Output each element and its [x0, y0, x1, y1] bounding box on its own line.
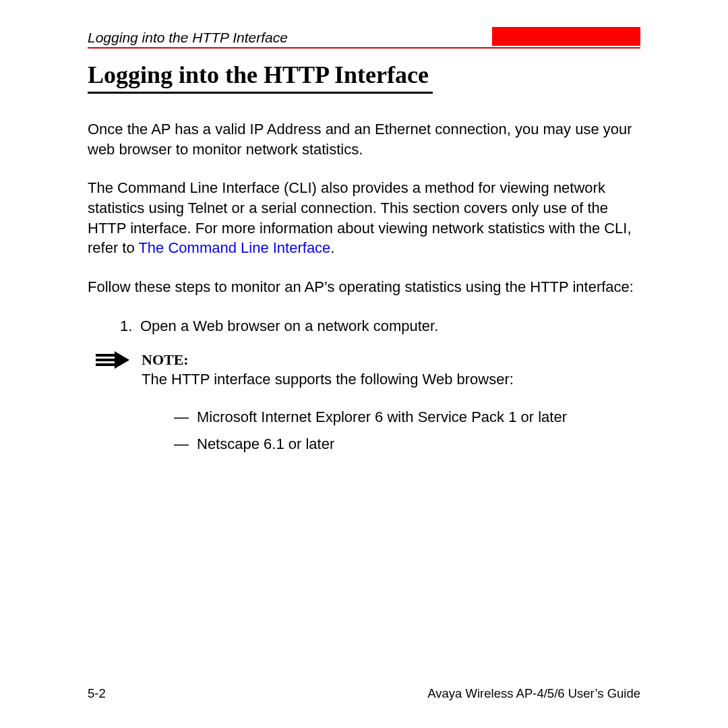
note-block: NOTE: The HTTP interface supports the fo…	[88, 350, 640, 461]
step-1-text: Open a Web browser on a network computer…	[140, 316, 438, 336]
paragraph-2-text-b: .	[330, 239, 334, 256]
dash-bullet: —	[174, 407, 197, 427]
page-header: Logging into the HTTP Interface	[88, 27, 640, 49]
footer-page-number: 5-2	[88, 686, 106, 701]
paragraph-3: Follow these steps to monitor an AP’s op…	[88, 277, 640, 297]
page: Logging into the HTTP Interface Logging …	[0, 0, 728, 728]
body: Once the AP has a valid IP Address and a…	[88, 119, 640, 460]
ordered-steps: 1. Open a Web browser on a network compu…	[88, 316, 640, 336]
note-arrow-icon	[94, 350, 142, 461]
section-title-wrap: Logging into the HTTP Interface	[88, 49, 640, 94]
note-label: NOTE:	[142, 350, 640, 370]
note-list: — Microsoft Internet Explorer 6 with Ser…	[142, 407, 640, 454]
dash-bullet: —	[174, 434, 197, 454]
note-list-item-2: — Netscape 6.1 or later	[174, 434, 640, 454]
section-title: Logging into the HTTP Interface	[88, 61, 433, 94]
paragraph-2: The Command Line Interface (CLI) also pr…	[88, 178, 640, 258]
step-1: 1. Open a Web browser on a network compu…	[120, 316, 640, 336]
running-header-title: Logging into the HTTP Interface	[88, 30, 288, 46]
cli-link[interactable]: The Command Line Interface	[138, 239, 330, 256]
page-footer: 5-2 Avaya Wireless AP-4/5/6 User’s Guide	[88, 686, 640, 701]
paragraph-1: Once the AP has a valid IP Address and a…	[88, 119, 640, 159]
note-content: NOTE: The HTTP interface supports the fo…	[142, 350, 640, 461]
note-text: The HTTP interface supports the followin…	[142, 369, 640, 390]
note-list-item-2-text: Netscape 6.1 or later	[197, 434, 334, 454]
step-1-number: 1.	[120, 316, 140, 336]
header-accent-block	[492, 27, 640, 46]
note-list-item-1-text: Microsoft Internet Explorer 6 with Servi…	[197, 407, 567, 427]
footer-book-title: Avaya Wireless AP-4/5/6 User’s Guide	[427, 686, 640, 701]
note-list-item-1: — Microsoft Internet Explorer 6 with Ser…	[174, 407, 640, 427]
svg-marker-3	[115, 351, 129, 369]
